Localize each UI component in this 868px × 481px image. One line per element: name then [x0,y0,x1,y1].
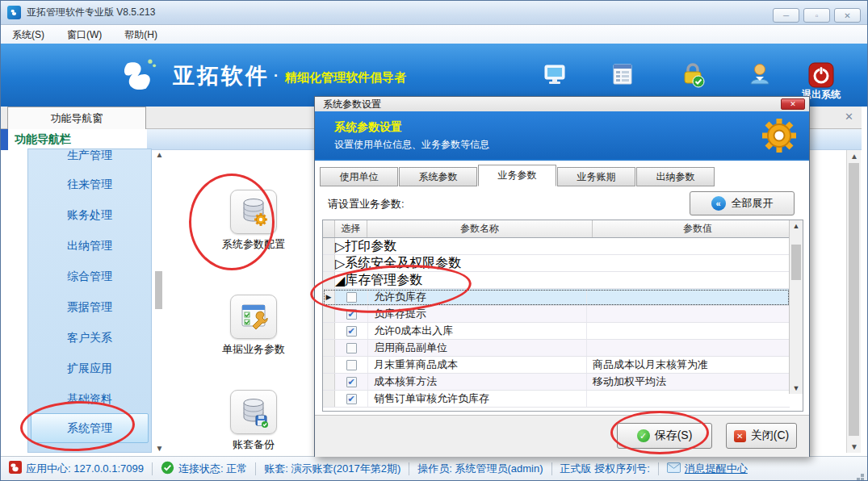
shortcut-2[interactable]: 单据业务参数 [205,295,302,357]
scroll-up-icon[interactable]: ▲ [790,222,803,230]
parameter-row[interactable]: ▷打印参数 [323,238,790,255]
close-dialog-button[interactable]: ✕ 关闭(C) [726,423,797,449]
expand-triangle-icon[interactable]: ▷ [335,239,345,254]
sidebar-item-4[interactable]: 出纳管理 [28,239,151,255]
close-button[interactable]: ✕ [834,8,861,23]
dialog-tab-5[interactable]: 出纳参数 [636,167,715,186]
status-segment-1: 应用中心: 127.0.0.1:7099 [1,461,152,476]
sidebar-item-1[interactable]: 生产管理 [28,148,151,165]
app-logo-icon [7,6,21,19]
sidebar-item-3[interactable]: 账务处理 [28,208,151,224]
scroll-up-icon[interactable]: ▲ [847,152,862,161]
parameter-value-cell: 商品成本以月末核算为准 [586,357,790,373]
dialog-titlebar[interactable]: 系统参数设置 ✕ [315,97,809,111]
dialog-banner-title: 系统参数设置 [334,120,402,135]
parameter-value-cell [586,391,790,407]
sidebar-item-5[interactable]: 综合管理 [28,270,151,286]
status-segment-2: 连接状态: 正常 [153,461,255,477]
parameter-row[interactable]: 月末重算商品成本商品成本以月末核算为准 [323,357,790,374]
select-cell [335,340,367,356]
parameter-name-cell: 销售订单审核允许负库存 [367,391,586,407]
parameter-row[interactable]: 启用商品副单位 [323,340,790,357]
dialog-banner: 系统参数设置 设置使用单位信息、业务参数等信息 [315,111,809,161]
scroll-thumb[interactable] [791,245,801,280]
parameter-row[interactable]: ✔成本核算方法移动加权平均法 [323,374,790,391]
brand-separator: · [274,68,279,85]
status-segment-6[interactable]: 消息提醒中心 [659,462,756,476]
tab-close-icon[interactable]: ✕ [845,111,853,123]
dialog-tabs: 使用单位系统参数业务参数业务账期出纳参数 [320,165,715,186]
dialog-close-button[interactable]: ✕ [781,98,805,110]
sidebar-item-2[interactable]: 往来管理 [28,178,151,194]
checkbox-checked[interactable]: ✔ [346,377,357,387]
monitor-icon[interactable] [543,62,567,86]
sidebar-item-6[interactable]: 票据管理 [28,300,151,316]
dialog-banner-subtitle: 设置使用单位信息、业务参数等信息 [334,138,489,152]
tab-function-navigator[interactable]: 功能导航窗 [7,107,146,129]
status-segment-4: 操作员: 系统管理员(admin) [409,462,551,476]
dialog-footer: ✓ 保存(S) ✕ 关闭(C) [315,415,809,457]
dialog-tab-1[interactable]: 使用单位 [320,167,398,186]
envelope-icon [667,462,681,475]
maximize-button[interactable]: ▫ [803,8,830,23]
sidebar-item-8[interactable]: 扩展应用 [28,362,151,378]
dialog-title: 系统参数设置 [323,98,381,111]
resize-grip[interactable] [861,474,864,477]
status-text: 账套: 演示账套(2017年第2期) [264,462,400,476]
menu-item-2[interactable]: 窗口(W) [56,26,113,44]
shortcut-label: 单据业务参数 [205,342,302,357]
row-marker [323,255,335,271]
checkbox-checked[interactable]: ✔ [346,326,357,337]
nav-accent-bar [1,129,8,150]
scroll-up-icon[interactable]: ▲ [153,150,166,159]
column-header-select: 选择 [335,220,367,237]
status-text[interactable]: 消息提醒中心 [685,462,748,476]
parameter-name-cell: 月末重算商品成本 [367,357,586,373]
annotation-circle-system-params-shortcut [189,174,275,270]
status-text: 连接状态: 正常 [178,462,247,476]
dialog-tab-3[interactable]: 业务参数 [478,165,556,186]
lock-check-icon[interactable] [680,62,704,86]
window-title: 亚拓管理软件专业版 V8.5.213 [27,6,155,19]
window-titlebar: 亚拓管理软件专业版 V8.5.213 ─ ▫ ✕ [1,1,867,25]
sidebar-item-7[interactable]: 客户关系 [28,331,151,347]
scroll-thumb[interactable] [155,271,162,309]
scroll-down-icon[interactable]: ▼ [790,384,803,392]
checkbox-checked[interactable]: ✔ [346,394,357,404]
minimize-button[interactable]: ─ [773,8,799,23]
row-marker [323,357,335,373]
menu-bar: 系统(S)窗口(W)帮助(H) [1,26,867,44]
row-marker [323,391,335,407]
checkbox-unchecked[interactable] [346,360,357,370]
dialog-tab-2[interactable]: 系统参数 [399,167,477,186]
workspace-scrollbar[interactable]: ▲ ▼ [846,150,861,453]
menu-item-1[interactable]: 系统(S) [1,26,56,44]
dialog-tab-4[interactable]: 业务账期 [557,167,635,186]
sidebar-scrollbar[interactable]: ▲ ▼ [153,150,166,453]
scroll-down-icon[interactable]: ▼ [153,444,166,453]
expand-all-button[interactable]: « 全部展开 [690,191,795,215]
parameter-row[interactable]: ✔销售订单审核允许负库存 [323,391,790,408]
power-icon[interactable] [808,62,832,86]
yatuo-logo-icon [9,461,22,476]
menu-item-3[interactable]: 帮助(H) [113,26,169,44]
form-icon[interactable] [610,62,635,86]
shortcut-3[interactable]: 账套备份 [205,390,302,452]
expand-triangle-icon[interactable]: ▷ [335,256,345,271]
status-segment-5: 正式版 授权序列号: [552,462,658,476]
parameter-row[interactable]: ✔允许0成本出入库 [323,323,790,340]
scroll-thumb[interactable] [849,163,859,436]
select-cell: ✔ [335,374,367,390]
annotation-circle-save-button [610,411,709,454]
application-window: 亚拓管理软件专业版 V8.5.213 ─ ▫ ✕ 系统(S)窗口(W)帮助(H)… [0,0,868,481]
select-cell: ✔ [335,323,367,339]
scroll-down-icon[interactable]: ▼ [847,442,862,451]
parameter-name-cell: 允许0成本出入库 [367,323,586,339]
grid-scrollbar[interactable]: ▲ ▼ [789,220,803,394]
parameter-value-cell [586,340,790,356]
user-icon[interactable] [748,62,772,86]
status-segment-3: 账套: 演示账套(2017年第2期) [256,462,409,476]
checkbox-unchecked[interactable] [346,343,357,353]
parameter-value-cell [586,306,790,322]
yatuo-logo-icon [119,57,161,96]
